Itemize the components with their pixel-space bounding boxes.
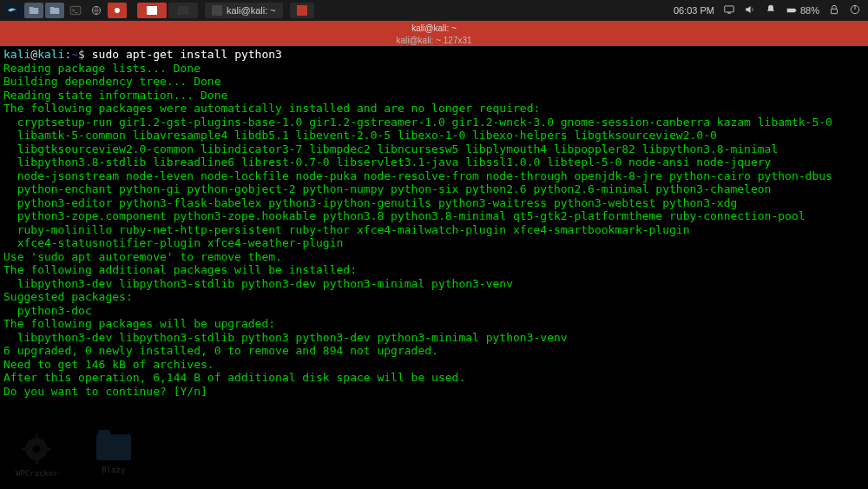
out-pkg3: libgtksourceview2.0-common libindicator3… (3, 142, 778, 155)
out-pkg1: cryptsetup-run gir1.2-gst-plugins-base-1… (3, 116, 832, 129)
taskbar: >_ kali@kali: ~ 06:03 PM 88 (0, 0, 868, 21)
window-title: kali@kali: ~ (411, 23, 457, 33)
taskbar-right: 06:03 PM 88% (674, 3, 868, 17)
terminal-icon[interactable]: >_ (66, 3, 85, 18)
terminal-window: kali@kali: ~ kali@kali: ~ 127x31 kali@ka… (0, 21, 868, 489)
command: sudo apt-get install python3 (92, 48, 282, 61)
notification-icon[interactable] (765, 3, 777, 17)
workspace-1[interactable] (137, 3, 167, 18)
svg-rect-12 (832, 9, 838, 13)
prompt-host: kali (37, 48, 64, 61)
out-pkg8: python3-zope.component python3-zope.hook… (3, 209, 806, 222)
out-upg1: libpython3-dev libpython3-stdlib python3… (3, 331, 568, 344)
files2-icon[interactable] (45, 3, 64, 18)
volume-icon[interactable] (744, 3, 756, 17)
svg-point-7 (115, 8, 120, 13)
out-l10: Need to get 146 kB of archives. (3, 358, 214, 371)
battery-pct: 88% (800, 5, 819, 16)
desktop-label-1: WPCracker (16, 467, 58, 481)
svg-rect-19 (22, 447, 27, 450)
svg-rect-11 (795, 10, 796, 11)
prompt-path: ~ (71, 48, 78, 61)
taskbar-left: >_ kali@kali: ~ (0, 3, 314, 18)
svg-rect-10 (787, 9, 795, 13)
titlebar[interactable]: kali@kali: ~ (0, 21, 868, 36)
out-l12: Do you want to continue? [Y/n] (3, 385, 207, 398)
desktop-icon-wpcracker[interactable]: WPCracker (16, 434, 58, 481)
out-l2: Building dependency tree... Done (3, 75, 220, 88)
svg-rect-1 (30, 7, 34, 9)
desktop-label-2: Blazy (102, 464, 125, 478)
out-l5: Use 'sudo apt autoremove' to remove them… (3, 250, 282, 263)
svg-rect-18 (36, 459, 38, 464)
out-pkg9: ruby-molinillo ruby-net-http-persistent … (3, 223, 690, 236)
workspace-2[interactable] (168, 3, 198, 18)
files-icon[interactable] (24, 3, 43, 18)
task-terminal[interactable]: kali@kali: ~ (205, 3, 283, 18)
out-l8: The following packages will be upgraded: (3, 317, 275, 330)
out-pkg6: python-enchant python-gi python-gobject-… (3, 182, 771, 195)
out-l11: After this operation, 6,144 B of additio… (3, 371, 465, 384)
prompt-at: @ (30, 48, 37, 61)
out-pkg10: xfce4-statusnotifier-plugin xfce4-weathe… (3, 236, 343, 249)
out-pkg5: node-jsonstream node-leven node-lockfile… (3, 169, 832, 182)
task-label: kali@kali: ~ (227, 5, 276, 16)
out-pkg4: libpython3.8-stdlib libreadline6 librest… (3, 155, 771, 169)
svg-rect-20 (47, 447, 52, 450)
titlebar-sub: kali@kali: ~ 127x31 (0, 36, 868, 46)
recorder-icon[interactable] (108, 3, 127, 18)
out-l1: Reading package lists... Done (3, 62, 201, 75)
svg-rect-9 (727, 13, 731, 14)
svg-text:>_: >_ (72, 8, 78, 13)
out-pkg2: libamtk-5-common libavresample4 libdb5.1… (3, 129, 717, 142)
out-l6: The following additional packages will b… (3, 263, 357, 276)
kali-menu-icon[interactable] (3, 3, 23, 18)
out-pkg7: python3-editor python3-flask-babelex pyt… (3, 196, 737, 209)
lock-icon[interactable] (828, 3, 840, 17)
svg-rect-3 (50, 7, 55, 9)
terminal-body[interactable]: kali@kali:~$ sudo apt-get install python… (0, 46, 868, 489)
browser-icon[interactable] (87, 3, 106, 18)
power-icon[interactable] (849, 3, 861, 17)
desktop-icons: WPCracker Blazy (16, 434, 131, 481)
monitor-icon[interactable] (723, 3, 735, 17)
prompt-dollar: $ (78, 48, 92, 61)
svg-rect-17 (36, 434, 38, 439)
task-recorder[interactable] (290, 3, 314, 18)
clock: 06:03 PM (674, 5, 714, 16)
out-l4: The following packages were automaticall… (3, 102, 540, 115)
desktop-icon-blazy[interactable]: Blazy (96, 434, 131, 481)
battery-icon[interactable]: 88% (786, 4, 819, 17)
out-l7: Suggested packages: (3, 290, 133, 303)
out-add1: libpython3-dev libpython3-stdlib python3… (3, 277, 513, 290)
svg-rect-8 (725, 6, 734, 12)
out-sug1: python3-doc (3, 304, 92, 317)
prompt-user: kali (3, 48, 30, 61)
svg-point-16 (33, 445, 41, 453)
out-l3: Reading state information... Done (3, 89, 227, 102)
out-l9: 6 upgraded, 0 newly installed, 0 to remo… (3, 344, 438, 357)
